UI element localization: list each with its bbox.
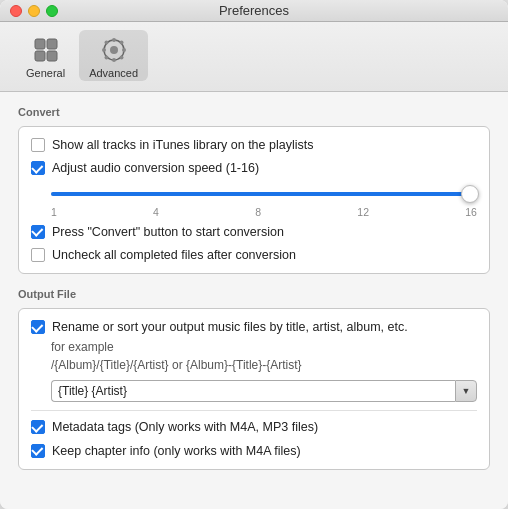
output-section: Output File Rename or sort your output m… bbox=[18, 288, 490, 470]
metadata-row: Metadata tags (Only works with M4A, MP3 … bbox=[31, 419, 477, 435]
svg-rect-1 bbox=[47, 39, 57, 49]
example-label: for example bbox=[51, 338, 477, 356]
press-convert-row: Press "Convert" button to start conversi… bbox=[31, 224, 477, 240]
format-dropdown-button[interactable]: ▼ bbox=[455, 380, 477, 402]
show-tracks-row: Show all tracks in iTunes library on the… bbox=[31, 137, 477, 153]
svg-point-11 bbox=[119, 56, 123, 60]
press-convert-checkbox[interactable] bbox=[31, 225, 45, 239]
content-area: Convert Show all tracks in iTunes librar… bbox=[0, 92, 508, 509]
svg-rect-0 bbox=[35, 39, 45, 49]
chapter-label: Keep chapter info (only works with M4A f… bbox=[52, 443, 301, 459]
format-row: ▼ bbox=[51, 380, 477, 402]
traffic-lights bbox=[10, 5, 58, 17]
output-section-label: Output File bbox=[18, 288, 490, 300]
metadata-checkbox[interactable] bbox=[31, 420, 45, 434]
convert-section-label: Convert bbox=[18, 106, 490, 118]
show-tracks-label: Show all tracks in iTunes library on the… bbox=[52, 137, 313, 153]
slider-container bbox=[51, 184, 477, 204]
adjust-speed-label: Adjust audio conversion speed (1-16) bbox=[52, 160, 259, 176]
uncheck-completed-label: Uncheck all completed files after conver… bbox=[52, 247, 296, 263]
advanced-label: Advanced bbox=[89, 67, 138, 79]
svg-point-12 bbox=[119, 41, 123, 45]
slider-marks: 1 4 8 12 16 bbox=[51, 204, 477, 218]
slider-thumb[interactable] bbox=[461, 185, 479, 203]
svg-point-7 bbox=[112, 58, 116, 62]
output-section-box: Rename or sort your output music files b… bbox=[18, 308, 490, 470]
slider-mark-12: 12 bbox=[357, 206, 369, 218]
title-bar: Preferences bbox=[0, 0, 508, 22]
chapter-row: Keep chapter info (only works with M4A f… bbox=[31, 443, 477, 459]
chapter-checkbox[interactable] bbox=[31, 444, 45, 458]
rename-checkbox[interactable] bbox=[31, 320, 45, 334]
svg-point-9 bbox=[122, 48, 126, 52]
svg-point-13 bbox=[104, 56, 108, 60]
advanced-tab[interactable]: Advanced bbox=[79, 30, 148, 81]
convert-section-box: Show all tracks in iTunes library on the… bbox=[18, 126, 490, 274]
uncheck-completed-row: Uncheck all completed files after conver… bbox=[31, 247, 477, 263]
example-format: /{Album}/{Title}/{Artist} or {Album}-{Ti… bbox=[51, 356, 477, 374]
uncheck-completed-checkbox[interactable] bbox=[31, 248, 45, 262]
format-input[interactable] bbox=[51, 380, 455, 402]
metadata-label: Metadata tags (Only works with M4A, MP3 … bbox=[52, 419, 318, 435]
advanced-icon bbox=[98, 34, 130, 66]
speed-slider-row: 1 4 8 12 16 bbox=[51, 184, 477, 218]
slider-mark-8: 8 bbox=[255, 206, 261, 218]
rename-row: Rename or sort your output music files b… bbox=[31, 319, 477, 335]
svg-point-10 bbox=[104, 41, 108, 45]
svg-point-5 bbox=[110, 46, 118, 54]
svg-point-6 bbox=[112, 38, 116, 42]
general-icon bbox=[30, 34, 62, 66]
preferences-window: Preferences General bbox=[0, 0, 508, 509]
adjust-speed-row: Adjust audio conversion speed (1-16) bbox=[31, 160, 477, 176]
press-convert-label: Press "Convert" button to start conversi… bbox=[52, 224, 284, 240]
slider-fill bbox=[51, 192, 475, 196]
show-tracks-checkbox[interactable] bbox=[31, 138, 45, 152]
maximize-button[interactable] bbox=[46, 5, 58, 17]
svg-rect-3 bbox=[47, 51, 57, 61]
slider-mark-1: 1 bbox=[51, 206, 57, 218]
close-button[interactable] bbox=[10, 5, 22, 17]
general-tab[interactable]: General bbox=[16, 30, 75, 81]
svg-point-8 bbox=[102, 48, 106, 52]
example-block: for example /{Album}/{Title}/{Artist} or… bbox=[51, 338, 477, 374]
general-label: General bbox=[26, 67, 65, 79]
window-title: Preferences bbox=[219, 3, 289, 18]
convert-section: Convert Show all tracks in iTunes librar… bbox=[18, 106, 490, 274]
divider bbox=[31, 410, 477, 411]
rename-label: Rename or sort your output music files b… bbox=[52, 319, 408, 335]
slider-mark-4: 4 bbox=[153, 206, 159, 218]
toolbar: General Advanced bbox=[0, 22, 508, 92]
svg-rect-2 bbox=[35, 51, 45, 61]
slider-mark-16: 16 bbox=[465, 206, 477, 218]
minimize-button[interactable] bbox=[28, 5, 40, 17]
adjust-speed-checkbox[interactable] bbox=[31, 161, 45, 175]
